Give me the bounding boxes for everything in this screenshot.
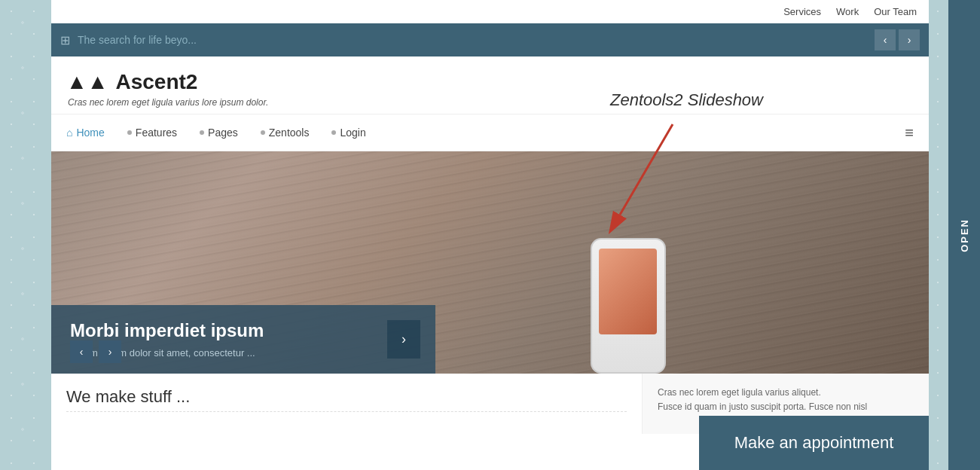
- nav-dot-login: [331, 130, 336, 135]
- search-prev-button[interactable]: ‹: [875, 29, 896, 50]
- search-bar-icon: ⊞: [60, 33, 70, 47]
- slide-title: Morbi imperdiet ipsum: [70, 320, 380, 341]
- home-icon: ⌂: [66, 127, 72, 139]
- nav-item-login[interactable]: Login: [331, 127, 365, 139]
- nav-item-pages[interactable]: Pages: [200, 127, 238, 139]
- top-navigation: Services Work Our Team: [51, 0, 929, 23]
- logo-tagline: Cras nec lorem eget ligula varius lore i…: [68, 97, 914, 108]
- search-nav: ‹ ›: [875, 29, 920, 50]
- annotation-arrow: [605, 117, 695, 240]
- bottom-right-text-2: Fusce id quam in justo suscipit porta. F…: [658, 400, 914, 414]
- slide-content-box: Morbi imperdiet ipsum Lorem ipsum dolor …: [51, 305, 435, 374]
- right-panel-label: Open: [959, 218, 970, 252]
- search-next-button[interactable]: ›: [899, 29, 920, 50]
- nav-link-work[interactable]: Work: [836, 6, 859, 17]
- nav-item-zentools-label: Zentools: [269, 127, 310, 139]
- slide-next-arrow-button[interactable]: ›: [387, 320, 420, 359]
- nav-link-our-team[interactable]: Our Team: [874, 6, 917, 17]
- hamburger-menu-icon[interactable]: ≡: [905, 124, 914, 142]
- nav-link-services[interactable]: Services: [783, 6, 821, 17]
- nav-item-login-label: Login: [340, 127, 365, 139]
- slideshow-annotation-label: Zentools2 Slideshow: [610, 90, 763, 110]
- nav-item-features-label: Features: [136, 127, 177, 139]
- search-input[interactable]: [78, 34, 875, 46]
- nav-items: ⌂ Home Features Pages Zentools Login: [66, 127, 905, 139]
- bottom-section-title: We make stuff ...: [66, 387, 627, 407]
- logo-area: ▲▲ Ascent2 Cras nec lorem eget ligula va…: [51, 56, 929, 114]
- phone-screen: [599, 249, 657, 334]
- nav-dot-pages: [200, 130, 204, 135]
- right-panel[interactable]: Open: [948, 0, 980, 470]
- nav-dot-zentools: [261, 130, 265, 135]
- main-container: Services Work Our Team ⊞ ‹ › ▲▲ Ascent2 …: [51, 0, 929, 470]
- logo-text: Ascent2: [115, 70, 197, 94]
- nav-item-home-label: Home: [76, 127, 104, 139]
- slider-prev-button[interactable]: ‹: [70, 340, 93, 363]
- phone-image: [591, 238, 666, 374]
- svg-line-1: [620, 124, 673, 215]
- nav-item-home[interactable]: ⌂ Home: [66, 127, 105, 139]
- make-appointment-button[interactable]: Make an appointment: [699, 416, 929, 470]
- bottom-right-text-1: Cras nec lorem eget ligula varius alique…: [658, 386, 914, 400]
- main-navigation: ⌂ Home Features Pages Zentools Login ≡: [51, 114, 929, 151]
- hero-slider: Morbi imperdiet ipsum Lorem ipsum dolor …: [51, 151, 929, 374]
- slider-next-button[interactable]: ›: [99, 340, 121, 363]
- nav-item-pages-label: Pages: [208, 127, 238, 139]
- logo-mountains-icon: ▲▲: [66, 70, 108, 94]
- nav-dot-features: [127, 130, 132, 135]
- search-bar: ⊞ ‹ ›: [51, 23, 929, 56]
- nav-item-zentools[interactable]: Zentools: [261, 127, 310, 139]
- nav-item-features[interactable]: Features: [127, 127, 177, 139]
- bottom-divider: [66, 411, 627, 412]
- slider-navigation: ‹ ›: [70, 340, 121, 363]
- bottom-left-section: We make stuff ...: [51, 374, 643, 434]
